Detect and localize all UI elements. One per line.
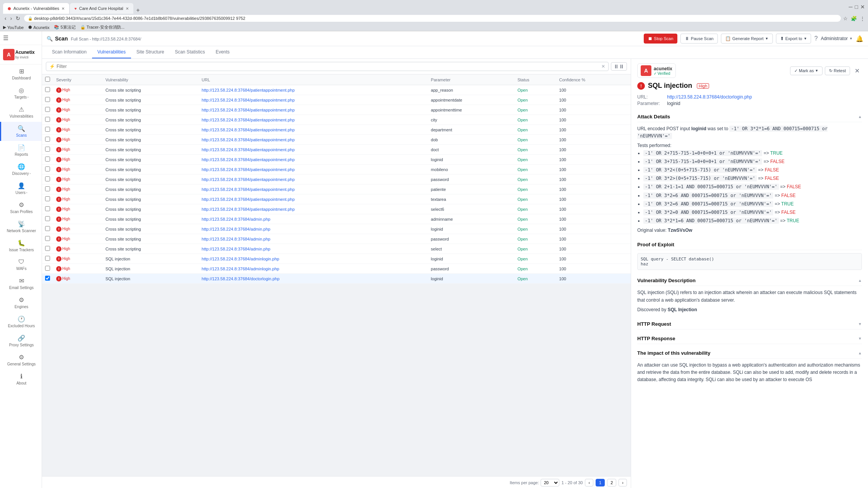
bookmark-youtube[interactable]: ▶ YouTube	[3, 24, 24, 30]
items-per-page-select[interactable]: 20 50 100	[541, 479, 559, 486]
tab-events[interactable]: Events	[210, 46, 235, 58]
row-checkbox-1[interactable]	[45, 97, 50, 102]
table-row[interactable]: ! High Cross site scripting http://123.5…	[42, 224, 631, 234]
next-page-button[interactable]: ›	[619, 479, 627, 486]
row-checkbox-8[interactable]	[45, 166, 50, 171]
row-checkbox-5[interactable]	[45, 137, 50, 142]
filter-input[interactable]	[57, 64, 600, 69]
close-window-button[interactable]: ✕	[860, 4, 865, 10]
row-checkbox-10[interactable]	[45, 186, 50, 191]
row-checkbox-17[interactable]	[45, 256, 50, 261]
settings-icon[interactable]: ⋮	[860, 16, 865, 21]
stop-scan-button[interactable]: ⏹ Stop Scan	[644, 34, 678, 44]
table-row[interactable]: ! High Cross site scripting http://123.5…	[42, 145, 631, 155]
table-row[interactable]: ! High Cross site scripting http://123.5…	[42, 125, 631, 135]
row-checkbox-3[interactable]	[45, 117, 50, 122]
table-row[interactable]: ! High Cross site scripting http://123.5…	[42, 135, 631, 145]
detail-close-button[interactable]: ✕	[852, 66, 862, 75]
sidebar-item-scan-profiles[interactable]: ⚙ Scan Profiles	[0, 198, 42, 217]
row-checkbox-2[interactable]	[45, 107, 50, 112]
http-response-header[interactable]: HTTP Response ▼	[637, 333, 862, 344]
select-all-checkbox[interactable]	[45, 77, 50, 82]
bookmark-icon[interactable]: ☆	[843, 16, 848, 21]
row-checkbox-12[interactable]	[45, 206, 50, 211]
row-checkbox-0[interactable]	[45, 87, 50, 92]
page-2-button[interactable]: 2	[607, 479, 616, 486]
tab-hospital[interactable]: ♥ Care And Cure Hospital ✕	[70, 3, 133, 14]
back-button[interactable]: ‹	[3, 15, 8, 22]
table-row[interactable]: ! High Cross site scripting http://123.5…	[42, 175, 631, 184]
table-row[interactable]: ! High Cross site scripting http://123.5…	[42, 115, 631, 125]
sidebar-item-network-scanner[interactable]: 📡 Network Scanner	[0, 217, 42, 236]
filter-pause-button[interactable]: ⏸⏸	[611, 62, 627, 71]
sidebar-item-wafs[interactable]: 🛡 WAFs	[0, 255, 42, 274]
tab-close-1[interactable]: ✕	[62, 6, 65, 11]
new-tab-button[interactable]: +	[134, 7, 142, 14]
sidebar-item-engines[interactable]: ⚙ Engines	[0, 293, 42, 312]
sidebar-item-targets[interactable]: ◎ Targets›	[0, 84, 42, 103]
notification-bell-icon[interactable]: 🔔	[856, 35, 863, 42]
row-checkbox-9[interactable]	[45, 176, 50, 181]
sidebar-item-general-settings[interactable]: ⚙ General Settings	[0, 351, 42, 370]
hamburger-menu-button[interactable]: ☰	[3, 34, 8, 42]
page-1-button[interactable]: 1	[596, 479, 605, 486]
attack-details-header[interactable]: Attack Details ▲	[637, 111, 862, 122]
table-row[interactable]: ! High Cross site scripting http://123.5…	[42, 244, 631, 254]
generate-report-button[interactable]: 📋 Generate Report ▼	[721, 34, 773, 44]
table-row[interactable]: ! High Cross site scripting http://123.5…	[42, 184, 631, 194]
refresh-button[interactable]: ↻	[14, 15, 22, 22]
row-checkbox-15[interactable]	[45, 236, 50, 241]
maximize-button[interactable]: □	[855, 4, 858, 10]
sidebar-item-excluded-hours[interactable]: 🕐 Excluded Hours	[0, 312, 42, 331]
table-row[interactable]: ! High Cross site scripting http://123.5…	[42, 165, 631, 175]
vuln-description-header[interactable]: Vulnerability Description ▲	[637, 275, 862, 286]
table-row[interactable]: ! High Cross site scripting http://123.5…	[42, 95, 631, 105]
url-bar[interactable]: 🔒 desktop-p8dr6t0:3443/#/scans/15d1c364-…	[24, 15, 841, 22]
tab-vulnerabilities[interactable]: Vulnerabilities	[92, 46, 131, 58]
sidebar-item-users[interactable]: 👤 Users›	[0, 179, 42, 198]
tab-site-structure[interactable]: Site Structure	[131, 46, 170, 58]
table-row[interactable]: ! High Cross site scripting http://123.5…	[42, 85, 631, 95]
row-checkbox-4[interactable]	[45, 127, 50, 132]
table-row[interactable]: ! High Cross site scripting http://123.5…	[42, 105, 631, 115]
table-row[interactable]: ! High Cross site scripting http://123.5…	[42, 204, 631, 214]
help-button[interactable]: ?	[814, 35, 818, 42]
minimize-button[interactable]: ─	[849, 4, 853, 10]
table-row[interactable]: ! High Cross site scripting http://123.5…	[42, 234, 631, 244]
table-row[interactable]: ! High SQL injection http://123.58.224.8…	[42, 264, 631, 274]
pause-scan-button[interactable]: ⏸ Pause Scan	[680, 34, 717, 44]
bookmark-acunetix[interactable]: ⬢ Acunetix	[28, 24, 49, 30]
sidebar-item-about[interactable]: ℹ About	[0, 370, 42, 389]
http-request-header[interactable]: HTTP Request ▼	[637, 318, 862, 330]
row-checkbox-16[interactable]	[45, 246, 50, 251]
sidebar-item-reports[interactable]: 📄 Reports	[0, 141, 42, 160]
prev-page-button[interactable]: ‹	[585, 479, 593, 486]
row-checkbox-19[interactable]	[45, 276, 50, 281]
table-row[interactable]: ! High Cross site scripting http://123.5…	[42, 214, 631, 224]
sidebar-item-vulnerabilities[interactable]: ⚠ Vulnerabilities	[0, 103, 42, 122]
tab-vulnerabilities[interactable]: ⬢ Acunetix - Vulnerabilities ✕	[3, 3, 69, 14]
table-row[interactable]: ! High SQL injection http://123.58.224.8…	[42, 254, 631, 264]
table-row[interactable]: ! High Cross site scripting http://123.5…	[42, 155, 631, 165]
table-row[interactable]: ! High Cross site scripting http://123.5…	[42, 194, 631, 204]
impact-header[interactable]: The impact of this vulnerability ▲	[637, 347, 862, 359]
user-menu-button[interactable]: Administrator ▼	[821, 36, 853, 41]
bookmark-tracer[interactable]: 🔒 Tracer-安全你消防...	[80, 24, 125, 30]
forward-button[interactable]: ›	[9, 15, 14, 22]
mark-as-button[interactable]: ✓ Mark as ▼	[790, 66, 823, 75]
proof-of-exploit-header[interactable]: Proof of Exploit	[637, 239, 862, 250]
bookmark-algo[interactable]: 📚 5算法记	[54, 24, 75, 30]
retest-button[interactable]: ↻ Retest	[825, 66, 850, 75]
row-checkbox-11[interactable]	[45, 196, 50, 201]
tab-scan-information[interactable]: Scan Information	[47, 46, 92, 58]
filter-clear-button[interactable]: ✕	[601, 64, 605, 69]
sidebar-item-email-settings[interactable]: ✉ Email Settings	[0, 274, 42, 293]
tab-close-2[interactable]: ✕	[126, 6, 129, 11]
row-checkbox-6[interactable]	[45, 147, 50, 152]
sidebar-item-discovery[interactable]: 🌐 Discovery›	[0, 160, 42, 179]
sidebar-item-dashboard[interactable]: ⊞ Dashboard	[0, 65, 42, 84]
tab-scan-statistics[interactable]: Scan Statistics	[170, 46, 211, 58]
row-checkbox-18[interactable]	[45, 266, 50, 271]
extensions-icon[interactable]: 🧩	[851, 16, 857, 21]
row-checkbox-7[interactable]	[45, 157, 50, 162]
